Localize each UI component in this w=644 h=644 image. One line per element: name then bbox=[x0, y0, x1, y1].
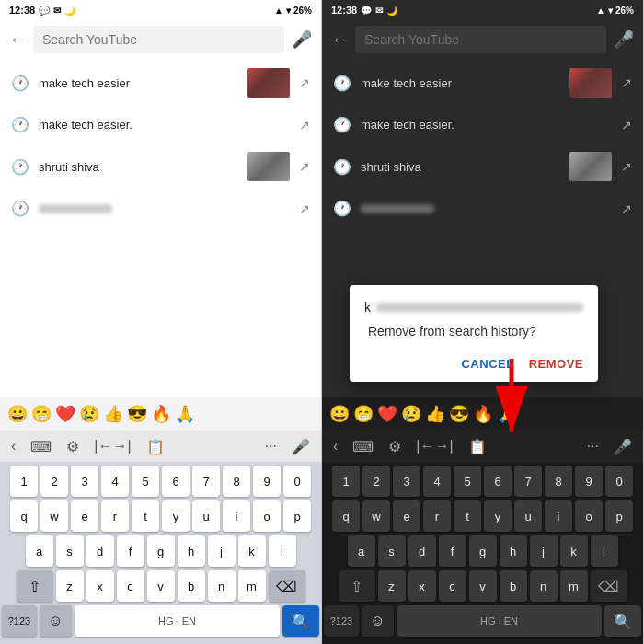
key-q[interactable]: q bbox=[10, 500, 38, 532]
key-z-r[interactable]: z bbox=[378, 570, 406, 602]
emoji-fire-r[interactable]: 🔥 bbox=[473, 404, 493, 424]
key-6-r[interactable]: 6 bbox=[484, 466, 512, 497]
emoji-cool-r[interactable]: 😎 bbox=[449, 404, 469, 424]
space-key-right[interactable]: HG · EN bbox=[397, 605, 602, 637]
key-7-r[interactable]: 7 bbox=[514, 466, 542, 497]
key-d-r[interactable]: d bbox=[408, 535, 436, 567]
key-7[interactable]: 7 bbox=[192, 466, 220, 497]
shift-key-right[interactable]: ⇧ bbox=[339, 570, 375, 602]
key-b-r[interactable]: b bbox=[500, 570, 527, 602]
key-c-r[interactable]: c bbox=[439, 570, 466, 602]
key-8-r[interactable]: 8 bbox=[545, 466, 572, 497]
key-w[interactable]: w bbox=[40, 500, 68, 532]
emoji-smiley-r[interactable]: 😀 bbox=[329, 404, 350, 424]
key-r[interactable]: r bbox=[101, 500, 129, 532]
text-cursor-icon-r[interactable]: |←→| bbox=[412, 436, 456, 456]
key-n-r[interactable]: n bbox=[530, 570, 558, 602]
emoji-heart-r[interactable]: ❤️ bbox=[377, 404, 397, 424]
key-y-r[interactable]: y bbox=[484, 500, 512, 532]
emoji-thumbs-r[interactable]: 👍 bbox=[425, 404, 445, 424]
key-s-r[interactable]: s bbox=[378, 535, 406, 567]
key-e-r[interactable]: e bbox=[393, 500, 420, 532]
key-p-r[interactable]: p bbox=[605, 500, 633, 532]
emoji-fire[interactable]: 🔥 bbox=[151, 404, 171, 424]
emoji-key-left[interactable]: ☺ bbox=[40, 605, 72, 637]
key-5-r[interactable]: 5 bbox=[454, 466, 481, 497]
key-s[interactable]: s bbox=[56, 535, 84, 567]
chevron-left-icon-r[interactable]: ‹ bbox=[329, 436, 341, 456]
key-2-r[interactable]: 2 bbox=[362, 466, 390, 497]
key-r-r[interactable]: r bbox=[423, 500, 451, 532]
key-n[interactable]: n bbox=[208, 570, 236, 602]
search-input-right[interactable] bbox=[355, 26, 606, 53]
text-cursor-icon[interactable]: |←→| bbox=[90, 436, 134, 456]
key-u[interactable]: u bbox=[192, 500, 220, 532]
more-icon[interactable]: ··· bbox=[261, 436, 281, 456]
key-o-r[interactable]: o bbox=[575, 500, 603, 532]
emoji-cry[interactable]: 😢 bbox=[79, 404, 99, 424]
result-item-1-right[interactable]: 🕐 make tech easier ↗ bbox=[322, 59, 643, 107]
settings-icon-r[interactable]: ⚙ bbox=[385, 436, 405, 457]
back-button-right[interactable]: ← bbox=[331, 30, 348, 50]
key-x[interactable]: x bbox=[86, 570, 114, 602]
key-c[interactable]: c bbox=[117, 570, 144, 602]
key-k[interactable]: k bbox=[238, 535, 266, 567]
emoji-grin[interactable]: 😁 bbox=[31, 404, 52, 424]
remove-button[interactable]: REMOVE bbox=[529, 353, 583, 374]
key-w-r[interactable]: w bbox=[362, 500, 390, 532]
cancel-button[interactable]: CANCEL bbox=[461, 353, 513, 374]
key-j[interactable]: j bbox=[208, 535, 236, 567]
key-2[interactable]: 2 bbox=[40, 466, 68, 497]
key-m[interactable]: m bbox=[238, 570, 266, 602]
key-o[interactable]: o bbox=[253, 500, 281, 532]
key-h[interactable]: h bbox=[178, 535, 205, 567]
key-5[interactable]: 5 bbox=[132, 466, 159, 497]
key-m-r[interactable]: m bbox=[560, 570, 588, 602]
key-g[interactable]: g bbox=[147, 535, 175, 567]
key-l-r[interactable]: l bbox=[591, 535, 618, 567]
key-3[interactable]: 3 bbox=[71, 466, 98, 497]
mic-icon-right[interactable]: 🎤 bbox=[614, 29, 634, 50]
chevron-left-icon[interactable]: ‹ bbox=[7, 436, 19, 456]
key-v[interactable]: v bbox=[147, 570, 175, 602]
clipboard-icon[interactable]: 📋 bbox=[143, 436, 168, 457]
emoji-key-right[interactable]: ☺ bbox=[362, 605, 394, 637]
key-b[interactable]: b bbox=[178, 570, 205, 602]
clipboard-icon-r[interactable]: 📋 bbox=[465, 436, 490, 457]
emoji-thumbs[interactable]: 👍 bbox=[103, 404, 123, 424]
key-q-r[interactable]: q bbox=[332, 500, 360, 532]
emoji-heart[interactable]: ❤️ bbox=[55, 404, 75, 424]
key-4-r[interactable]: 4 bbox=[423, 466, 451, 497]
emoji-pray-r[interactable]: 🙏 bbox=[497, 404, 517, 424]
key-a[interactable]: a bbox=[26, 535, 53, 567]
num-key-right[interactable]: ?123 bbox=[324, 605, 359, 637]
key-i[interactable]: i bbox=[223, 500, 250, 532]
mic-icon-left[interactable]: 🎤 bbox=[292, 29, 312, 50]
result-item-2-right[interactable]: 🕐 make tech easier. ↗ bbox=[322, 107, 643, 143]
key-d[interactable]: d bbox=[86, 535, 114, 567]
result-item-4-left[interactable]: 🕐 ↗ bbox=[0, 190, 321, 226]
emoji-cool[interactable]: 😎 bbox=[127, 404, 147, 424]
emoji-grin-r[interactable]: 😁 bbox=[353, 404, 374, 424]
emoji-smiley[interactable]: 😀 bbox=[7, 404, 28, 424]
emoji-pray[interactable]: 🙏 bbox=[175, 404, 195, 424]
search-key-right[interactable]: 🔍 bbox=[604, 605, 641, 637]
key-z[interactable]: z bbox=[56, 570, 84, 602]
delete-key-left[interactable]: ⌫ bbox=[269, 570, 305, 602]
more-icon-r[interactable]: ··· bbox=[583, 436, 603, 456]
key-0[interactable]: 0 bbox=[283, 466, 311, 497]
delete-key-right[interactable]: ⌫ bbox=[591, 570, 627, 602]
key-f-r[interactable]: f bbox=[439, 535, 466, 567]
key-y[interactable]: y bbox=[162, 500, 190, 532]
key-l[interactable]: l bbox=[269, 535, 296, 567]
key-4[interactable]: 4 bbox=[101, 466, 129, 497]
key-1[interactable]: 1 bbox=[10, 466, 38, 497]
key-6[interactable]: 6 bbox=[162, 466, 190, 497]
key-i-r[interactable]: i bbox=[545, 500, 572, 532]
key-9[interactable]: 9 bbox=[253, 466, 281, 497]
result-item-3-left[interactable]: 🕐 shruti shiva ↗ bbox=[0, 143, 321, 190]
key-f[interactable]: f bbox=[117, 535, 144, 567]
key-e[interactable]: e bbox=[71, 500, 98, 532]
key-8[interactable]: 8 bbox=[223, 466, 250, 497]
key-g-r[interactable]: g bbox=[469, 535, 497, 567]
